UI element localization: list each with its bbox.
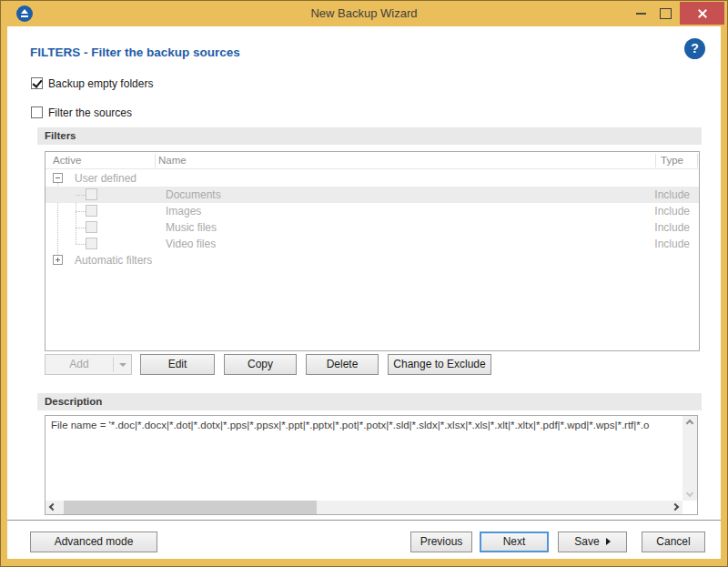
filter-the-sources-checkbox[interactable] [31,106,43,118]
tree-group-user-defined[interactable]: User defined [46,170,699,187]
column-separator [655,154,656,167]
filter-name: Images [166,205,201,218]
save-button[interactable]: Save [558,532,627,552]
scroll-down-icon[interactable] [686,490,693,497]
column-separator [697,154,698,167]
backup-empty-folders-label: Backup empty folders [48,77,153,90]
filter-row-images[interactable]: Images Include [46,203,699,219]
tree-group-label: User defined [75,172,136,185]
scrollbar-thumb[interactable] [64,501,317,514]
filters-tree: User defined Documents Include Images In… [46,170,699,268]
title-bar: New Backup Wizard [1,1,727,26]
maximize-button[interactable] [655,1,675,25]
filter-row-music-files[interactable]: Music files Include [46,219,699,236]
scroll-left-icon[interactable] [49,503,56,511]
filter-the-sources-label: Filter the sources [48,106,132,119]
add-button[interactable]: Add [46,355,113,374]
help-icon[interactable]: ? [684,38,705,59]
filter-active-checkbox[interactable] [86,188,97,200]
filters-listview: Active Name Type User defined Documents [45,151,700,351]
filter-active-checkbox[interactable] [86,238,97,249]
filter-type: Include [610,238,690,250]
next-button[interactable]: Next [480,532,549,552]
cancel-button[interactable]: Cancel [642,532,705,552]
tree-group-automatic-filters[interactable]: Automatic filters [46,252,699,268]
filter-type: Include [610,221,690,234]
expand-expander-icon[interactable] [53,255,63,265]
scroll-up-icon[interactable] [686,420,693,427]
description-text: File name = '*.doc|*.docx|*.dot|*.dotx|*… [51,420,681,430]
backup-empty-folders-checkbox[interactable] [31,77,43,89]
new-backup-wizard-window: New Backup Wizard ? FILTERS - Filter the… [0,0,728,567]
tree-group-label: Automatic filters [75,254,152,267]
filter-active-checkbox[interactable] [86,205,97,217]
add-split-button[interactable]: Add [45,354,132,375]
minimize-button[interactable] [632,1,652,25]
save-button-label: Save [574,535,599,548]
filters-group-header: Filters [37,127,702,145]
description-group-header: Description [37,393,702,410]
filter-row-video-files[interactable]: Video files Include [46,236,699,252]
add-dropdown-icon[interactable] [119,363,126,367]
column-separator [155,154,156,167]
wizard-content: ? FILTERS - Filter the backup sources Ba… [7,26,721,559]
advanced-mode-button[interactable]: Advanced mode [30,532,157,552]
tree-line [76,211,86,212]
window-title: New Backup Wizard [1,6,727,20]
filter-name: Documents [166,188,221,201]
vertical-scrollbar[interactable] [682,416,697,501]
change-to-exclude-button[interactable]: Change to Exclude [388,354,491,375]
tree-line [76,244,86,245]
close-button[interactable] [680,2,724,25]
filters-column-header: Active Name Type [46,152,699,169]
filter-active-checkbox[interactable] [86,221,97,233]
copy-button[interactable]: Copy [224,354,297,375]
filter-type: Include [610,205,690,218]
collapse-expander-icon[interactable] [53,173,63,183]
filter-row-documents[interactable]: Documents Include [46,187,699,203]
column-active[interactable]: Active [53,155,81,166]
scroll-right-icon[interactable] [672,503,679,511]
column-name[interactable]: Name [158,155,187,166]
column-type[interactable]: Type [661,155,683,166]
split-divider [113,357,114,372]
tree-line [76,228,86,228]
filter-name: Video files [166,238,216,250]
delete-button[interactable]: Delete [306,354,379,375]
filter-type: Include [610,188,690,201]
save-dropdown-icon[interactable] [606,538,611,545]
horizontal-scrollbar[interactable] [46,501,682,514]
tree-line [76,195,86,196]
previous-button[interactable]: Previous [410,532,472,552]
page-title: FILTERS - Filter the backup sources [30,46,240,59]
footer-separator [7,520,721,521]
description-box: File name = '*.doc|*.docx|*.dot|*.dotx|*… [45,415,698,515]
filter-name: Music files [166,221,217,234]
edit-button[interactable]: Edit [140,354,215,375]
